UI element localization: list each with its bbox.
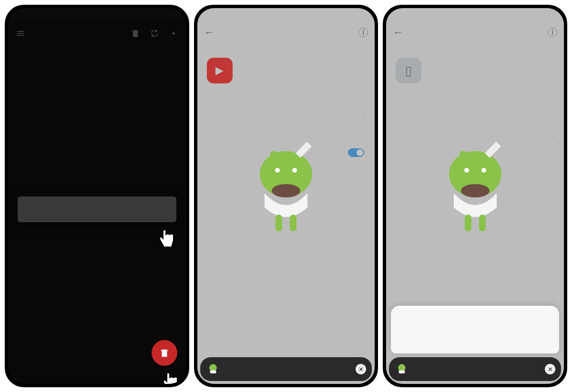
modal-backdrop[interactable]	[8, 8, 186, 384]
svg-point-6	[275, 168, 280, 173]
sdmaid-overlay-icon	[248, 141, 324, 236]
svg-point-15	[460, 151, 466, 157]
phone-3: ← i ▯	[383, 5, 567, 387]
svg-rect-24	[399, 371, 405, 374]
progress-toast: ✕	[389, 357, 561, 381]
sdmaid-mini-icon	[206, 362, 220, 376]
bottom-sheet[interactable]	[391, 306, 559, 353]
close-icon[interactable]: ✕	[356, 364, 366, 374]
svg-rect-21	[465, 215, 471, 231]
svg-point-20	[461, 184, 490, 197]
sdmaid-overlay-icon	[437, 141, 513, 236]
svg-point-7	[292, 168, 297, 173]
phone-2: ← i ▶	[194, 5, 378, 387]
sdmaid-mini-icon	[395, 362, 409, 376]
confirm-dialog	[18, 196, 176, 222]
svg-point-19	[481, 168, 486, 173]
svg-rect-9	[276, 215, 282, 231]
svg-rect-22	[479, 215, 486, 231]
trash-icon	[159, 348, 170, 358]
svg-rect-12	[210, 371, 216, 374]
svg-point-3	[270, 151, 277, 157]
svg-point-18	[464, 168, 469, 173]
svg-point-8	[272, 184, 300, 197]
fab-delete[interactable]	[152, 340, 177, 366]
phone-1	[5, 5, 189, 387]
progress-toast: ✕	[200, 357, 372, 381]
svg-rect-10	[290, 215, 296, 231]
close-icon[interactable]: ✕	[545, 364, 555, 374]
